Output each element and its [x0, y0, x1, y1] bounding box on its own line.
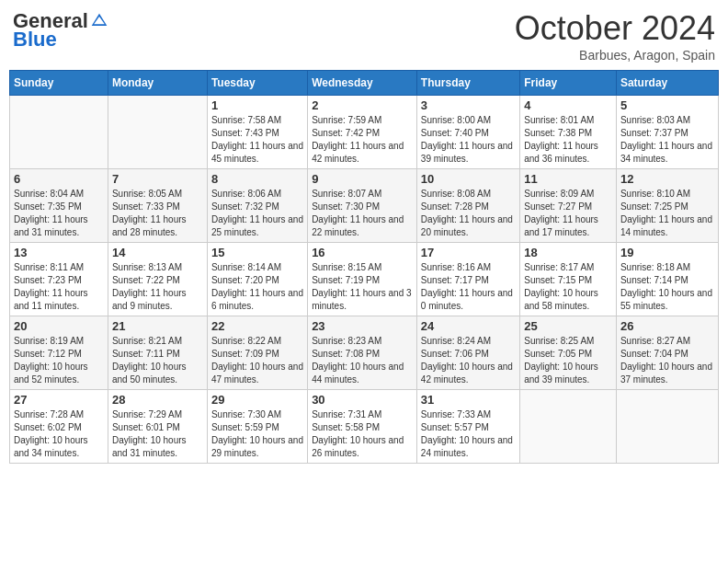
- column-header-sunday: Sunday: [10, 71, 108, 96]
- cell-info: Sunrise: 8:24 AM Sunset: 7:06 PM Dayligh…: [421, 335, 516, 386]
- calendar-week-1: 1Sunrise: 7:58 AM Sunset: 7:43 PM Daylig…: [10, 96, 719, 169]
- calendar-cell: 27Sunrise: 7:28 AM Sunset: 6:02 PM Dayli…: [10, 390, 108, 464]
- calendar-cell: 17Sunrise: 8:16 AM Sunset: 7:17 PM Dayli…: [416, 243, 519, 316]
- day-number: 6: [14, 172, 104, 186]
- cell-info: Sunrise: 8:08 AM Sunset: 7:28 PM Dayligh…: [421, 188, 516, 239]
- logo-blue-text: Blue: [13, 28, 57, 52]
- day-number: 24: [421, 319, 516, 333]
- column-header-tuesday: Tuesday: [207, 71, 307, 96]
- cell-info: Sunrise: 8:05 AM Sunset: 7:33 PM Dayligh…: [112, 188, 203, 239]
- cell-info: Sunrise: 8:14 AM Sunset: 7:20 PM Dayligh…: [211, 261, 303, 313]
- day-number: 3: [421, 98, 516, 112]
- column-header-wednesday: Wednesday: [308, 71, 417, 96]
- day-number: 26: [620, 319, 714, 333]
- day-number: 19: [620, 246, 714, 259]
- column-header-saturday: Saturday: [616, 71, 718, 96]
- calendar-cell: 24Sunrise: 8:24 AM Sunset: 7:06 PM Dayli…: [416, 316, 519, 390]
- cell-info: Sunrise: 8:25 AM Sunset: 7:05 PM Dayligh…: [524, 335, 612, 386]
- day-number: 31: [421, 393, 516, 407]
- cell-info: Sunrise: 8:18 AM Sunset: 7:14 PM Dayligh…: [620, 261, 714, 313]
- logo-icon: [90, 12, 108, 30]
- title-block: October 2024 Barbues, Aragon, Spain: [515, 9, 715, 63]
- cell-info: Sunrise: 8:17 AM Sunset: 7:15 PM Dayligh…: [524, 261, 612, 313]
- cell-info: Sunrise: 8:07 AM Sunset: 7:30 PM Dayligh…: [312, 188, 413, 239]
- day-number: 29: [211, 393, 303, 407]
- calendar-cell: 9Sunrise: 8:07 AM Sunset: 7:30 PM Daylig…: [308, 169, 417, 243]
- day-number: 13: [14, 246, 104, 259]
- cell-info: Sunrise: 8:19 AM Sunset: 7:12 PM Dayligh…: [14, 335, 104, 386]
- cell-info: Sunrise: 7:30 AM Sunset: 5:59 PM Dayligh…: [211, 408, 303, 460]
- logo: General Blue: [13, 9, 108, 52]
- calendar-cell: 14Sunrise: 8:13 AM Sunset: 7:22 PM Dayli…: [108, 243, 207, 316]
- day-number: 16: [312, 246, 413, 259]
- calendar-cell: 10Sunrise: 8:08 AM Sunset: 7:28 PM Dayli…: [416, 169, 519, 243]
- calendar-cell: 1Sunrise: 7:58 AM Sunset: 7:43 PM Daylig…: [207, 96, 307, 169]
- cell-info: Sunrise: 8:01 AM Sunset: 7:38 PM Dayligh…: [524, 114, 612, 166]
- cell-info: Sunrise: 7:59 AM Sunset: 7:42 PM Dayligh…: [312, 114, 413, 166]
- calendar-cell: 2Sunrise: 7:59 AM Sunset: 7:42 PM Daylig…: [308, 96, 417, 169]
- calendar-body: 1Sunrise: 7:58 AM Sunset: 7:43 PM Daylig…: [10, 96, 719, 464]
- calendar-week-2: 6Sunrise: 8:04 AM Sunset: 7:35 PM Daylig…: [10, 169, 719, 243]
- calendar-cell: [10, 96, 108, 169]
- calendar-cell: 29Sunrise: 7:30 AM Sunset: 5:59 PM Dayli…: [207, 390, 307, 464]
- day-number: 25: [524, 319, 612, 333]
- calendar-cell: 26Sunrise: 8:27 AM Sunset: 7:04 PM Dayli…: [616, 316, 718, 390]
- day-number: 1: [211, 98, 303, 112]
- day-number: 8: [211, 172, 303, 186]
- calendar-cell: 22Sunrise: 8:22 AM Sunset: 7:09 PM Dayli…: [207, 316, 307, 390]
- day-number: 5: [620, 98, 714, 112]
- calendar-cell: 4Sunrise: 8:01 AM Sunset: 7:38 PM Daylig…: [520, 96, 617, 169]
- calendar-cell: [520, 390, 617, 464]
- cell-info: Sunrise: 8:04 AM Sunset: 7:35 PM Dayligh…: [14, 188, 104, 239]
- cell-info: Sunrise: 7:31 AM Sunset: 5:58 PM Dayligh…: [312, 408, 413, 460]
- calendar-cell: 11Sunrise: 8:09 AM Sunset: 7:27 PM Dayli…: [520, 169, 617, 243]
- day-number: 21: [112, 319, 203, 333]
- location-subtitle: Barbues, Aragon, Spain: [515, 48, 715, 63]
- calendar-cell: 5Sunrise: 8:03 AM Sunset: 7:37 PM Daylig…: [616, 96, 718, 169]
- cell-info: Sunrise: 8:03 AM Sunset: 7:37 PM Dayligh…: [620, 114, 714, 166]
- cell-info: Sunrise: 8:06 AM Sunset: 7:32 PM Dayligh…: [211, 188, 303, 239]
- calendar-cell: 28Sunrise: 7:29 AM Sunset: 6:01 PM Dayli…: [108, 390, 207, 464]
- day-number: 11: [524, 172, 612, 186]
- cell-info: Sunrise: 8:16 AM Sunset: 7:17 PM Dayligh…: [421, 261, 516, 313]
- calendar-cell: 7Sunrise: 8:05 AM Sunset: 7:33 PM Daylig…: [108, 169, 207, 243]
- cell-info: Sunrise: 8:00 AM Sunset: 7:40 PM Dayligh…: [421, 114, 516, 166]
- day-number: 2: [312, 98, 413, 112]
- cell-info: Sunrise: 7:58 AM Sunset: 7:43 PM Dayligh…: [211, 114, 303, 166]
- day-number: 14: [112, 246, 203, 259]
- day-number: 20: [14, 319, 104, 333]
- calendar-cell: 13Sunrise: 8:11 AM Sunset: 7:23 PM Dayli…: [10, 243, 108, 316]
- calendar-week-5: 27Sunrise: 7:28 AM Sunset: 6:02 PM Dayli…: [10, 390, 719, 464]
- day-number: 17: [421, 246, 516, 259]
- calendar-cell: 31Sunrise: 7:33 AM Sunset: 5:57 PM Dayli…: [416, 390, 519, 464]
- calendar-cell: 19Sunrise: 8:18 AM Sunset: 7:14 PM Dayli…: [616, 243, 718, 316]
- day-number: 28: [112, 393, 203, 407]
- cell-info: Sunrise: 8:09 AM Sunset: 7:27 PM Dayligh…: [524, 188, 612, 239]
- day-number: 9: [312, 172, 413, 186]
- calendar-cell: 12Sunrise: 8:10 AM Sunset: 7:25 PM Dayli…: [616, 169, 718, 243]
- calendar-cell: [616, 390, 718, 464]
- cell-info: Sunrise: 8:11 AM Sunset: 7:23 PM Dayligh…: [14, 261, 104, 313]
- calendar-header: SundayMondayTuesdayWednesdayThursdayFrid…: [10, 71, 719, 96]
- month-title: October 2024: [515, 9, 715, 48]
- calendar-table: SundayMondayTuesdayWednesdayThursdayFrid…: [9, 70, 719, 464]
- calendar-cell: 25Sunrise: 8:25 AM Sunset: 7:05 PM Dayli…: [520, 316, 617, 390]
- cell-info: Sunrise: 8:10 AM Sunset: 7:25 PM Dayligh…: [620, 188, 714, 239]
- calendar-cell: 6Sunrise: 8:04 AM Sunset: 7:35 PM Daylig…: [10, 169, 108, 243]
- cell-info: Sunrise: 7:28 AM Sunset: 6:02 PM Dayligh…: [14, 408, 104, 460]
- cell-info: Sunrise: 8:23 AM Sunset: 7:08 PM Dayligh…: [312, 335, 413, 386]
- day-number: 12: [620, 172, 714, 186]
- calendar-cell: 23Sunrise: 8:23 AM Sunset: 7:08 PM Dayli…: [308, 316, 417, 390]
- cell-info: Sunrise: 7:29 AM Sunset: 6:01 PM Dayligh…: [112, 408, 203, 460]
- cell-info: Sunrise: 8:15 AM Sunset: 7:19 PM Dayligh…: [312, 261, 413, 313]
- calendar-cell: 15Sunrise: 8:14 AM Sunset: 7:20 PM Dayli…: [207, 243, 307, 316]
- cell-info: Sunrise: 8:27 AM Sunset: 7:04 PM Dayligh…: [620, 335, 714, 386]
- cell-info: Sunrise: 8:22 AM Sunset: 7:09 PM Dayligh…: [211, 335, 303, 386]
- cell-info: Sunrise: 8:21 AM Sunset: 7:11 PM Dayligh…: [112, 335, 203, 386]
- calendar-cell: 8Sunrise: 8:06 AM Sunset: 7:32 PM Daylig…: [207, 169, 307, 243]
- calendar-cell: 20Sunrise: 8:19 AM Sunset: 7:12 PM Dayli…: [10, 316, 108, 390]
- calendar-week-4: 20Sunrise: 8:19 AM Sunset: 7:12 PM Dayli…: [10, 316, 719, 390]
- day-number: 4: [524, 98, 612, 112]
- calendar-cell: 21Sunrise: 8:21 AM Sunset: 7:11 PM Dayli…: [108, 316, 207, 390]
- day-number: 10: [421, 172, 516, 186]
